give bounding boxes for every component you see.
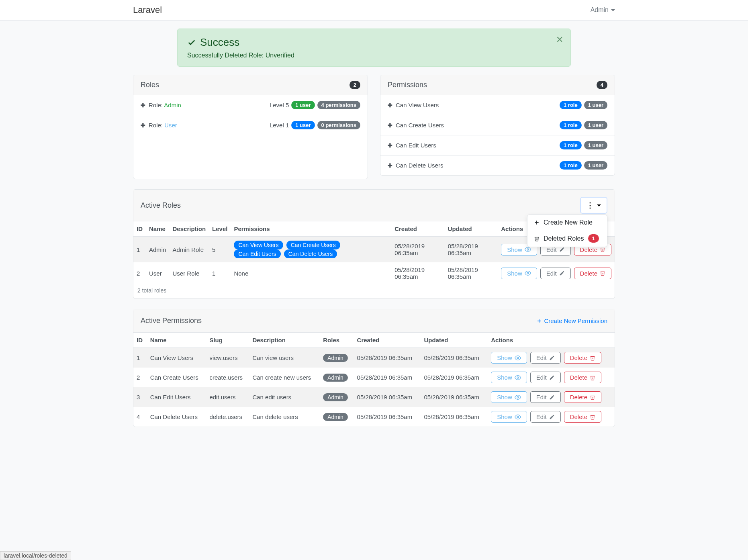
edit-button[interactable]: Edit bbox=[530, 372, 561, 383]
alert-title-text: Success bbox=[200, 36, 239, 49]
alert-success: Success Successfully Deleted Role: Unver… bbox=[177, 29, 571, 67]
role-list-item[interactable]: ✚Role: User Level 1 1 user 0 permissions bbox=[133, 115, 368, 135]
active-roles-title: Active Roles bbox=[141, 201, 181, 210]
eye-icon bbox=[515, 355, 521, 361]
pencil-icon bbox=[549, 355, 555, 361]
permission-list-item[interactable]: ✚Can Create Users 1 role 1 user bbox=[380, 115, 615, 135]
cell-level: 5 bbox=[209, 237, 231, 263]
roles-count-badge: 2 bbox=[349, 81, 360, 89]
trash-icon bbox=[590, 394, 595, 400]
cell-name: Admin bbox=[146, 237, 170, 263]
roles-actions-menu-button[interactable] bbox=[580, 197, 607, 214]
permission-pill[interactable]: Can Delete Users bbox=[284, 249, 337, 258]
show-button[interactable]: Show bbox=[501, 268, 537, 279]
column-header: Name bbox=[147, 333, 206, 348]
perm-roles-badge: 1 role bbox=[560, 101, 582, 109]
role-pill[interactable]: Admin bbox=[323, 354, 348, 362]
svg-point-12 bbox=[517, 357, 519, 359]
column-header: Created bbox=[391, 221, 445, 237]
cell-name: User bbox=[146, 262, 170, 284]
roles-footer: 2 total roles bbox=[133, 284, 615, 298]
deleted-roles-item[interactable]: Deleted Roles 1 bbox=[527, 230, 607, 247]
role-pill[interactable]: Admin bbox=[323, 413, 348, 421]
eye-icon bbox=[525, 270, 531, 276]
trash-icon bbox=[600, 270, 605, 276]
permission-pill[interactable]: Can Edit Users bbox=[234, 249, 280, 258]
cell-updated: 05/28/2019 06:35am bbox=[421, 348, 488, 368]
role-perms-badge: 4 permissions bbox=[317, 101, 360, 109]
user-menu[interactable]: Admin bbox=[591, 6, 615, 14]
pencil-icon bbox=[559, 247, 565, 252]
plus-icon: ✚ bbox=[388, 102, 392, 108]
cell-desc: Can create new users bbox=[249, 368, 320, 387]
permission-list-item[interactable]: ✚Can Edit Users 1 role 1 user bbox=[380, 135, 615, 155]
create-permission-link[interactable]: Create New Permission bbox=[537, 317, 607, 324]
trash-icon bbox=[590, 414, 595, 420]
edit-button[interactable]: Edit bbox=[530, 411, 561, 423]
permission-list-item[interactable]: ✚Can View Users 1 role 1 user bbox=[380, 95, 615, 115]
svg-point-18 bbox=[517, 396, 519, 398]
plus-icon bbox=[537, 319, 542, 323]
active-permissions-table: IDNameSlugDescriptionRolesCreatedUpdated… bbox=[133, 333, 615, 427]
show-button[interactable]: Show bbox=[491, 391, 527, 403]
cell-created: 05/28/2019 06:35am bbox=[354, 368, 421, 387]
create-new-role-item[interactable]: Create New Role bbox=[527, 215, 607, 230]
cell-updated: 05/28/2019 06:35am bbox=[421, 407, 488, 427]
delete-button[interactable]: Delete bbox=[564, 391, 601, 403]
eye-icon bbox=[515, 374, 521, 381]
pencil-icon bbox=[559, 270, 565, 276]
eye-icon bbox=[515, 394, 521, 401]
trash-icon bbox=[590, 355, 595, 361]
svg-point-4 bbox=[527, 249, 529, 250]
role-pill[interactable]: Admin bbox=[323, 374, 348, 382]
role-pill[interactable]: Admin bbox=[323, 393, 348, 401]
edit-button[interactable]: Edit bbox=[530, 352, 561, 364]
cell-slug: edit.users bbox=[206, 387, 249, 407]
cell-desc: User Role bbox=[170, 262, 209, 284]
table-row: 3 Can Edit Users edit.users Can edit use… bbox=[133, 387, 615, 407]
perm-roles-badge: 1 role bbox=[560, 121, 582, 129]
delete-button[interactable]: Delete bbox=[574, 268, 611, 279]
show-button[interactable]: Show bbox=[491, 372, 527, 383]
perm-roles-badge: 1 role bbox=[560, 161, 582, 170]
cell-level: 1 bbox=[209, 262, 231, 284]
eye-icon bbox=[515, 414, 521, 420]
role-level: Level 5 bbox=[270, 102, 289, 108]
delete-button[interactable]: Delete bbox=[564, 352, 601, 364]
delete-button[interactable]: Delete bbox=[564, 372, 601, 383]
delete-button[interactable]: Delete bbox=[564, 411, 601, 423]
permission-name: Can Create Users bbox=[396, 122, 444, 129]
caret-down-icon bbox=[611, 9, 615, 11]
cell-created: 05/28/2019 06:35am bbox=[354, 348, 421, 368]
active-permissions-section: Active Permissions Create New Permission… bbox=[133, 309, 615, 427]
cell-id: 4 bbox=[133, 407, 147, 427]
perm-users-badge: 1 user bbox=[584, 121, 607, 129]
cell-id: 3 bbox=[133, 387, 147, 407]
cell-id: 2 bbox=[133, 368, 147, 387]
brand[interactable]: Laravel bbox=[133, 5, 162, 15]
permission-name: Can Edit Users bbox=[396, 142, 436, 149]
edit-button[interactable]: Edit bbox=[540, 268, 571, 279]
permission-pill[interactable]: Can View Users bbox=[234, 241, 283, 249]
table-row: 2 Can Create Users create.users Can crea… bbox=[133, 368, 615, 387]
permission-list-item[interactable]: ✚Can Delete Users 1 role 1 user bbox=[380, 155, 615, 175]
show-button[interactable]: Show bbox=[491, 411, 527, 423]
perm-users-badge: 1 user bbox=[584, 101, 607, 109]
column-header: Slug bbox=[206, 333, 249, 348]
cell-id: 2 bbox=[133, 262, 146, 284]
role-users-badge: 1 user bbox=[291, 121, 315, 129]
alert-close-button[interactable]: ✕ bbox=[556, 35, 563, 45]
cell-desc: Can view users bbox=[249, 348, 320, 368]
edit-button[interactable]: Edit bbox=[530, 391, 561, 403]
cell-role: Admin bbox=[320, 387, 354, 407]
check-icon bbox=[187, 38, 196, 47]
role-level: Level 1 bbox=[270, 122, 289, 129]
role-list-item[interactable]: ✚Role: Admin Level 5 1 user 4 permission… bbox=[133, 95, 368, 115]
column-header: Created bbox=[354, 333, 421, 348]
pencil-icon bbox=[549, 414, 555, 420]
svg-point-15 bbox=[517, 377, 519, 378]
permissions-card: Permissions 4 ✚Can View Users 1 role 1 u… bbox=[380, 75, 615, 176]
permission-pill[interactable]: Can Create Users bbox=[286, 241, 340, 249]
column-header: Roles bbox=[320, 333, 354, 348]
show-button[interactable]: Show bbox=[491, 352, 527, 364]
